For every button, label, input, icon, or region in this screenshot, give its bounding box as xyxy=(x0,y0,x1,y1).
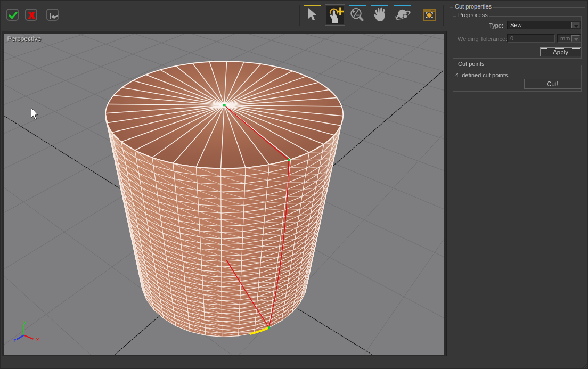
svg-text:y: y xyxy=(23,318,27,325)
svg-text:x: x xyxy=(36,336,39,342)
svg-text:z: z xyxy=(13,337,17,343)
